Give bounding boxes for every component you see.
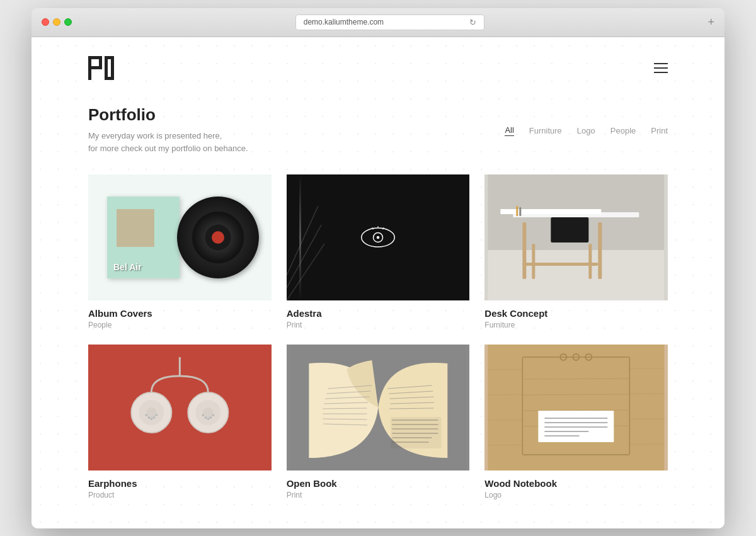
item-category-wood: Logo bbox=[484, 491, 668, 499]
svg-point-40 bbox=[203, 408, 213, 418]
svg-point-44 bbox=[209, 416, 212, 419]
item-category-album: People bbox=[88, 321, 272, 329]
portfolio-item-book[interactable]: Open Book Print bbox=[287, 345, 470, 499]
menu-line-2 bbox=[654, 67, 668, 69]
svg-rect-3 bbox=[99, 56, 102, 69]
page-content: Portfolio My everyday work is presented … bbox=[32, 37, 724, 528]
portfolio-item-album[interactable]: Bel Air Album Covers People bbox=[88, 174, 272, 329]
portfolio-thumb-desk bbox=[484, 174, 668, 300]
site-logo[interactable] bbox=[88, 56, 117, 80]
svg-rect-24 bbox=[598, 222, 602, 279]
close-dot[interactable] bbox=[42, 18, 49, 26]
album-cover-photo bbox=[117, 209, 154, 247]
vinyl-record bbox=[177, 197, 259, 278]
new-tab-icon[interactable]: + bbox=[707, 16, 714, 29]
filter-nav: All Furniture Logo People Print bbox=[505, 105, 668, 136]
item-category-adestra: Print bbox=[287, 321, 470, 329]
filter-logo[interactable]: Logo bbox=[577, 126, 595, 135]
item-category-desk: Furniture bbox=[484, 321, 668, 329]
main-section: Portfolio My everyday work is presented … bbox=[32, 93, 724, 519]
svg-rect-4 bbox=[105, 56, 108, 80]
item-title-desk: Desk Concept bbox=[484, 308, 668, 319]
item-title-album: Album Covers bbox=[88, 308, 272, 319]
portfolio-thumb-book bbox=[287, 345, 470, 470]
portfolio-thumb-album: Bel Air bbox=[88, 174, 272, 300]
eye-svg bbox=[359, 225, 397, 250]
svg-rect-21 bbox=[551, 217, 589, 242]
album-cover: Bel Air bbox=[107, 197, 180, 278]
filter-people[interactable]: People bbox=[610, 126, 636, 135]
svg-line-10 bbox=[287, 244, 324, 300]
portfolio-thumb-wood bbox=[484, 345, 668, 470]
svg-rect-78 bbox=[539, 411, 614, 442]
menu-icon[interactable] bbox=[654, 63, 668, 73]
maximize-dot[interactable] bbox=[64, 18, 72, 26]
refresh-icon[interactable]: ↻ bbox=[469, 18, 476, 27]
filter-furniture[interactable]: Furniture bbox=[529, 126, 562, 135]
portfolio-thumb-adestra bbox=[287, 174, 470, 300]
menu-line-1 bbox=[654, 63, 668, 64]
svg-rect-7 bbox=[111, 56, 114, 80]
svg-rect-20 bbox=[501, 209, 602, 214]
section-title-block: Portfolio My everyday work is presented … bbox=[88, 105, 248, 156]
album-cover-title: Bel Air bbox=[113, 262, 142, 272]
filter-all[interactable]: All bbox=[505, 125, 513, 136]
portfolio-thumb-earphones bbox=[88, 345, 272, 470]
item-title-adestra: Adestra bbox=[287, 308, 470, 319]
svg-rect-28 bbox=[520, 207, 522, 216]
portfolio-item-adestra[interactable]: Adestra Print bbox=[287, 174, 470, 329]
svg-point-32 bbox=[146, 408, 156, 418]
portfolio-item-wood[interactable]: Wood Notebook Logo bbox=[484, 345, 668, 499]
svg-rect-25 bbox=[532, 244, 536, 279]
portfolio-item-earphones[interactable]: Earphones Product bbox=[88, 345, 272, 499]
portfolio-grid: Bel Air Album Covers People bbox=[88, 174, 668, 499]
section-description: My everyday work is presented here, for … bbox=[88, 130, 248, 156]
svg-point-45 bbox=[212, 414, 214, 416]
portfolio-item-desk[interactable]: Desk Concept Furniture bbox=[484, 174, 668, 329]
svg-point-43 bbox=[207, 418, 209, 420]
svg-rect-61 bbox=[391, 417, 441, 448]
svg-rect-18 bbox=[488, 250, 665, 300]
svg-line-15 bbox=[372, 227, 374, 229]
svg-point-35 bbox=[150, 418, 152, 420]
browser-dots bbox=[42, 18, 72, 26]
url-text: demo.kaliumtheme.com bbox=[304, 18, 384, 26]
svg-line-16 bbox=[382, 227, 384, 229]
item-category-book: Print bbox=[287, 491, 470, 499]
svg-rect-26 bbox=[589, 244, 592, 279]
address-bar[interactable]: demo.kaliumtheme.com ↻ bbox=[295, 14, 484, 30]
browser-toolbar: demo.kaliumtheme.com ↻ + bbox=[32, 8, 724, 37]
svg-point-41 bbox=[202, 414, 204, 416]
item-title-book: Open Book bbox=[287, 478, 470, 489]
page-title: Portfolio bbox=[88, 105, 248, 125]
browser-window: demo.kaliumtheme.com ↻ + bbox=[32, 8, 724, 528]
item-title-wood: Wood Notebook bbox=[484, 478, 668, 489]
minimize-dot[interactable] bbox=[53, 18, 60, 26]
svg-rect-22 bbox=[523, 222, 527, 279]
item-title-earphones: Earphones bbox=[88, 478, 272, 489]
svg-point-33 bbox=[145, 414, 147, 416]
address-bar-container: demo.kaliumtheme.com ↻ bbox=[79, 14, 700, 30]
svg-line-8 bbox=[287, 206, 318, 275]
svg-point-42 bbox=[204, 416, 207, 419]
site-header bbox=[32, 37, 724, 93]
menu-line-3 bbox=[654, 72, 668, 73]
svg-point-13 bbox=[377, 236, 380, 239]
section-header: Portfolio My everyday work is presented … bbox=[88, 105, 668, 156]
filter-print[interactable]: Print bbox=[651, 126, 668, 135]
svg-rect-27 bbox=[517, 206, 518, 216]
svg-point-37 bbox=[155, 414, 158, 416]
svg-point-36 bbox=[152, 416, 155, 419]
svg-point-34 bbox=[147, 416, 150, 419]
item-category-earphones: Product bbox=[88, 491, 272, 499]
